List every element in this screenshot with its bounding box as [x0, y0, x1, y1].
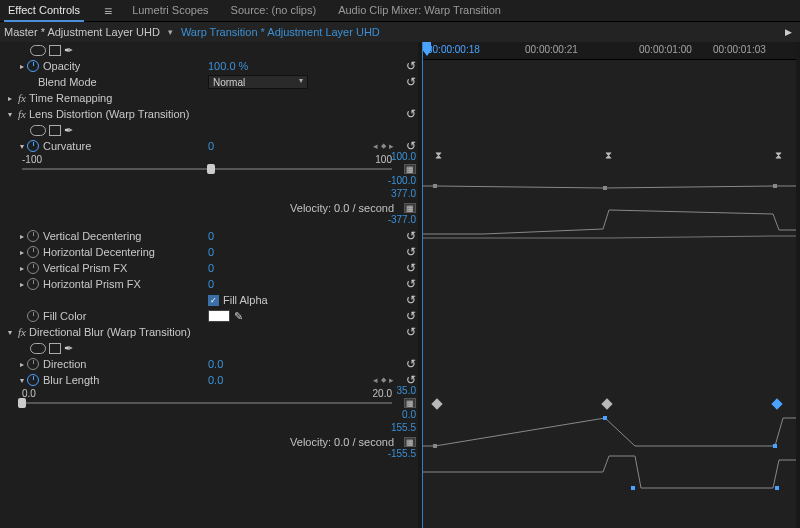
scale-icon[interactable]: ▦: [404, 203, 416, 213]
slider-thumb[interactable]: [207, 164, 215, 174]
chevron-down-icon[interactable]: ▾: [166, 27, 175, 37]
eyedropper-icon[interactable]: ✎: [234, 310, 243, 323]
curvature-value-graph[interactable]: [423, 168, 800, 204]
mask-ellipse-icon[interactable]: [30, 45, 46, 56]
twisty-icon[interactable]: [16, 280, 27, 289]
time-ruler[interactable]: 00:00:00:18 00:00:00:21 00:00:01:00 00:0…: [423, 42, 800, 60]
tab-lumetri-scopes[interactable]: Lumetri Scopes: [128, 1, 212, 20]
mask-ellipse-icon[interactable]: [30, 125, 46, 136]
mask-rect-icon[interactable]: [49, 343, 61, 354]
sequence-clip-name[interactable]: Warp Transition * Adjustment Layer UHD: [181, 26, 380, 38]
reset-icon[interactable]: ↺: [406, 277, 416, 291]
keyframe-icon[interactable]: [771, 398, 782, 409]
stopwatch-icon[interactable]: [27, 374, 39, 386]
tab-effect-controls[interactable]: Effect Controls: [4, 1, 84, 20]
mask-pen-icon[interactable]: ✒: [64, 343, 78, 354]
stopwatch-icon[interactable]: [27, 140, 39, 152]
slider-min: -100: [22, 154, 42, 165]
tab-audio-clip-mixer[interactable]: Audio Clip Mixer: Warp Transition: [334, 1, 505, 20]
stopwatch-icon[interactable]: [27, 60, 39, 72]
keyframe-icon[interactable]: [431, 398, 442, 409]
opacity-value[interactable]: 100.0 %: [208, 60, 248, 72]
h-prism-row: Horizontal Prism FX 0 ↺: [0, 276, 422, 292]
reset-icon[interactable]: ↺: [406, 107, 416, 121]
mask-rect-icon[interactable]: [49, 45, 61, 56]
param-v-prism: Vertical Prism FX: [43, 262, 127, 274]
timeline-scrollbar[interactable]: [796, 42, 800, 528]
twisty-icon[interactable]: [4, 110, 15, 119]
velocity-scale-bot-row: -377.0: [0, 216, 422, 228]
param-v-decentering: Vertical Decentering: [43, 230, 141, 242]
panel-menu-icon[interactable]: ≡: [98, 4, 114, 18]
fx-badge-icon[interactable]: fx: [15, 326, 29, 338]
scale-icon[interactable]: ▦: [404, 437, 416, 447]
curvature-velocity-graph[interactable]: [423, 206, 800, 246]
twisty-icon[interactable]: [16, 360, 27, 369]
scale-icon[interactable]: ▦: [404, 164, 416, 174]
stopwatch-icon[interactable]: [27, 358, 39, 370]
mask-pen-icon[interactable]: ✒: [64, 125, 78, 136]
reset-icon[interactable]: ↺: [406, 75, 416, 89]
mask-pen-icon[interactable]: ✒: [64, 45, 78, 56]
v-prism-value[interactable]: 0: [208, 262, 214, 274]
h-prism-value[interactable]: 0: [208, 278, 214, 290]
slider-track[interactable]: [22, 402, 392, 404]
fill-color-swatch[interactable]: [208, 310, 230, 322]
svg-rect-1: [603, 186, 607, 190]
fx-badge-icon[interactable]: fx: [15, 108, 29, 120]
twisty-icon[interactable]: [16, 248, 27, 257]
blur-length-slider[interactable]: 0.0 20.0 35.0 ▦: [0, 388, 422, 410]
reset-icon[interactable]: ↺: [406, 59, 416, 73]
stopwatch-icon[interactable]: [27, 310, 39, 322]
reset-icon[interactable]: ↺: [406, 325, 416, 339]
twisty-icon[interactable]: [16, 264, 27, 273]
reset-icon[interactable]: ↺: [406, 245, 416, 259]
reset-icon[interactable]: ↺: [406, 357, 416, 371]
direction-value[interactable]: 0.0: [208, 358, 223, 370]
twisty-icon[interactable]: [4, 94, 15, 103]
blur-length-keyframe-track[interactable]: [423, 398, 800, 412]
reset-icon[interactable]: ↺: [406, 293, 416, 307]
reset-icon[interactable]: ↺: [406, 229, 416, 243]
mask-rect-icon[interactable]: [49, 125, 61, 136]
slider-thumb[interactable]: [18, 398, 26, 408]
fill-alpha-checkbox[interactable]: ✓: [208, 295, 219, 306]
twisty-icon[interactable]: [4, 328, 15, 337]
blur-length-velocity-graph[interactable]: [423, 452, 800, 492]
keyframe-nav[interactable]: ◂ ◆ ▸: [373, 141, 394, 151]
hold-keyframe-icon[interactable]: ⧗: [775, 152, 785, 162]
v-decenter-value[interactable]: 0: [208, 230, 214, 242]
stopwatch-icon[interactable]: [27, 278, 39, 290]
stopwatch-icon[interactable]: [27, 246, 39, 258]
fill-color-row: Fill Color ✎ ↺: [0, 308, 422, 324]
reset-icon[interactable]: ↺: [406, 309, 416, 323]
curvature-slider[interactable]: -100 100 100.0 ▦: [0, 154, 422, 176]
stopwatch-icon[interactable]: [27, 230, 39, 242]
tab-source[interactable]: Source: (no clips): [227, 1, 321, 20]
h-decenter-value[interactable]: 0: [208, 246, 214, 258]
keyframe-nav[interactable]: ◂ ◆ ▸: [373, 375, 394, 385]
curvature-value[interactable]: 0: [208, 140, 214, 152]
blur-length-value[interactable]: 0.0: [208, 374, 223, 386]
twisty-icon[interactable]: [16, 62, 27, 71]
curvature-keyframe-track[interactable]: ⧗ ⧗ ⧗: [423, 152, 800, 166]
hold-keyframe-icon[interactable]: ⧗: [435, 152, 445, 162]
stopwatch-icon[interactable]: [27, 262, 39, 274]
twisty-icon[interactable]: [16, 232, 27, 241]
blend-mode-dropdown[interactable]: Normal: [208, 75, 308, 89]
mask-ellipse-icon[interactable]: [30, 343, 46, 354]
twisty-icon[interactable]: [16, 376, 27, 385]
blur-scale-bottom: 0.0: [402, 409, 416, 420]
scale-icon[interactable]: ▦: [404, 398, 416, 408]
blur-length-value-graph[interactable]: [423, 414, 800, 450]
keyframe-icon[interactable]: [601, 398, 612, 409]
directional-blur-header: fx Directional Blur (Warp Transition) ↺: [0, 324, 422, 340]
curvature-scale-bottom-row: -100.0: [0, 176, 422, 188]
play-icon[interactable]: ▶: [785, 27, 796, 37]
blur-vel-scale-top-row: 155.5: [0, 422, 422, 434]
reset-icon[interactable]: ↺: [406, 261, 416, 275]
blur-vel-scale-top: 155.5: [391, 422, 416, 433]
twisty-icon[interactable]: [16, 142, 27, 151]
fx-badge-icon[interactable]: fx: [15, 92, 29, 104]
hold-keyframe-icon[interactable]: ⧗: [605, 152, 615, 162]
